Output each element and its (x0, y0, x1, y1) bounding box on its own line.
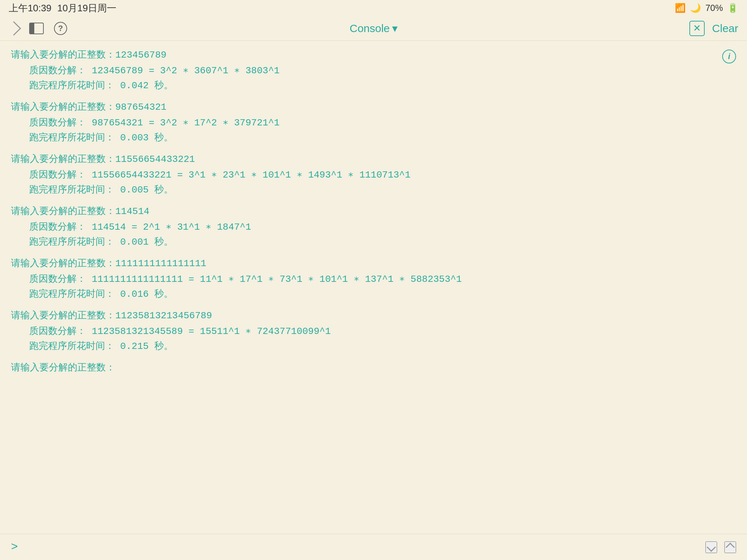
toolbar-right: ✕ Clear (689, 21, 738, 36)
dropdown-indicator[interactable]: ▾ (392, 22, 398, 35)
toolbar: ? Console ▾ ✕ Clear (0, 16, 747, 41)
entry-7: 请输入要分解的正整数： (11, 361, 736, 374)
chevron-right-icon (7, 21, 21, 36)
time-line-4: 跑完程序所花时间： 0.001 秒。 (29, 235, 736, 248)
output-block-3: 质因数分解： 11556654433221 = 3^1 ∗ 23^1 ∗ 101… (29, 168, 736, 196)
arrow-down-icon (707, 542, 716, 552)
prompt-line-5: 请输入要分解的正整数：1111111111111111 (11, 257, 736, 269)
prompt-line-6: 请输入要分解的正整数：11235813213456789 (11, 309, 736, 322)
entry-5: 请输入要分解的正整数：1111111111111111 质因数分解： 11111… (11, 257, 736, 300)
output-block-5: 质因数分解： 1111111111111111 = 11^1 ∗ 17^1 ∗ … (29, 272, 736, 300)
date-display: 10月19日周一 (57, 2, 116, 15)
clear-button[interactable]: Clear (712, 22, 738, 35)
battery-display: 70% (705, 3, 723, 13)
battery-icon: 🔋 (727, 3, 738, 13)
output-block-4: 质因数分解： 114514 = 2^1 ∗ 31^1 ∗ 1847^1 跑完程序… (29, 220, 736, 248)
info-icon[interactable]: i (722, 50, 736, 63)
bottom-nav (705, 541, 736, 553)
bottom-bar: > (0, 534, 747, 560)
moon-icon: 🌙 (690, 3, 701, 13)
entry-4: 请输入要分解的正整数：114514 质因数分解： 114514 = 2^1 ∗ … (11, 205, 736, 248)
time-line-6: 跑完程序所花时间： 0.215 秒。 (29, 339, 736, 352)
toolbar-left: ? (9, 22, 67, 35)
status-left: 上午10:39 10月19日周一 (9, 2, 116, 15)
prompt-line-3: 请输入要分解的正整数：11556654433221 (11, 152, 736, 165)
status-right: 📶 🌙 70% 🔋 (675, 3, 738, 13)
factor-line-4: 质因数分解： 114514 = 2^1 ∗ 31^1 ∗ 1847^1 (29, 220, 736, 233)
entry-2: 请输入要分解的正整数：987654321 质因数分解： 987654321 = … (11, 100, 736, 144)
bottom-prompt: > (11, 540, 18, 554)
scroll-down-button[interactable] (705, 541, 717, 553)
output-block-1: 质因数分解： 123456789 = 3^2 ∗ 3607^1 ∗ 3803^1… (29, 64, 736, 92)
output-block-2: 质因数分解： 987654321 = 3^2 ∗ 17^2 ∗ 379721^1… (29, 116, 736, 144)
scroll-up-button[interactable] (724, 541, 736, 553)
time-display: 上午10:39 (9, 2, 51, 15)
time-line-5: 跑完程序所花时间： 0.016 秒。 (29, 287, 736, 300)
prompt-line-1: 请输入要分解的正整数：123456789 (11, 48, 736, 61)
prompt-line-7: 请输入要分解的正整数： (11, 361, 736, 374)
factor-line-2: 质因数分解： 987654321 = 3^2 ∗ 17^2 ∗ 379721^1 (29, 116, 736, 129)
factor-line-1: 质因数分解： 123456789 = 3^2 ∗ 3607^1 ∗ 3803^1 (29, 64, 736, 77)
arrow-up-icon (725, 542, 735, 552)
time-line-2: 跑完程序所花时间： 0.003 秒。 (29, 131, 736, 144)
time-line-1: 跑完程序所花时间： 0.042 秒。 (29, 79, 736, 92)
help-button[interactable]: ? (54, 22, 67, 35)
question-icon: ? (54, 22, 67, 35)
time-line-3: 跑完程序所花时间： 0.005 秒。 (29, 183, 736, 196)
entry-1: 请输入要分解的正整数：123456789 质因数分解： 123456789 = … (11, 48, 736, 92)
console-content: i 请输入要分解的正整数：123456789 质因数分解： 123456789 … (0, 41, 747, 534)
entry-6: 请输入要分解的正整数：11235813213456789 质因数分解： 1123… (11, 309, 736, 352)
prompt-line-2: 请输入要分解的正整数：987654321 (11, 100, 736, 113)
sidebar-icon (29, 23, 44, 34)
factor-line-5: 质因数分解： 1111111111111111 = 11^1 ∗ 17^1 ∗ … (29, 272, 736, 285)
status-bar: 上午10:39 10月19日周一 📶 🌙 70% 🔋 (0, 0, 747, 16)
chevron-button[interactable] (9, 23, 19, 34)
sidebar-button[interactable] (29, 23, 44, 34)
console-title: Console (349, 22, 390, 35)
entry-3: 请输入要分解的正整数：11556654433221 质因数分解： 1155665… (11, 152, 736, 196)
factor-line-6: 质因数分解： 1123581321345589 = 15511^1 ∗ 7243… (29, 324, 736, 337)
toolbar-center: Console ▾ (349, 22, 397, 35)
output-block-6: 质因数分解： 1123581321345589 = 15511^1 ∗ 7243… (29, 324, 736, 352)
close-button[interactable]: ✕ (689, 21, 705, 36)
prompt-line-4: 请输入要分解的正整数：114514 (11, 205, 736, 217)
info-button-container: i (722, 50, 736, 63)
wifi-icon: 📶 (675, 3, 686, 13)
factor-line-3: 质因数分解： 11556654433221 = 3^1 ∗ 23^1 ∗ 101… (29, 168, 736, 181)
